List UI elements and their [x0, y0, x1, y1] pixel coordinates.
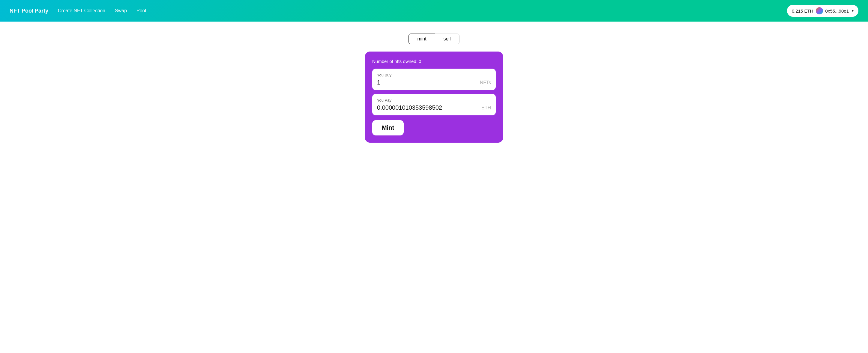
- wallet-address: 0x55...90e1: [826, 8, 849, 13]
- you-pay-input[interactable]: [377, 104, 457, 111]
- app-header: NFT Pool Party Create NFT Collection Swa…: [0, 0, 868, 22]
- tab-sell[interactable]: sell: [435, 34, 460, 44]
- you-pay-row: ETH: [377, 104, 491, 111]
- you-buy-group: You Buy NFTs: [372, 69, 496, 90]
- you-pay-group: You Pay ETH: [372, 94, 496, 115]
- main-content: mint sell Number of nfts owned: 0 You Bu…: [0, 22, 868, 154]
- you-buy-input[interactable]: [377, 79, 457, 86]
- nav-create-nft-collection[interactable]: Create NFT Collection: [58, 8, 105, 13]
- tab-switcher: mint sell: [408, 34, 459, 44]
- you-buy-label: You Buy: [377, 73, 491, 77]
- nav-pool[interactable]: Pool: [136, 8, 146, 13]
- wallet-avatar: [816, 7, 823, 14]
- main-nav: NFT Pool Party Create NFT Collection Swa…: [9, 8, 146, 14]
- you-buy-row: NFTs: [377, 79, 491, 86]
- nfts-owned-label: Number of nfts owned: 0: [372, 59, 496, 64]
- mint-card: Number of nfts owned: 0 You Buy NFTs You…: [365, 51, 503, 143]
- chevron-down-icon: ▾: [852, 9, 854, 13]
- you-pay-label: You Pay: [377, 98, 491, 103]
- nav-swap[interactable]: Swap: [115, 8, 127, 13]
- mint-button[interactable]: Mint: [372, 120, 404, 136]
- tab-mint[interactable]: mint: [408, 34, 435, 44]
- wallet-button[interactable]: 0.215 ETH 0x55...90e1 ▾: [787, 5, 859, 17]
- you-buy-unit: NFTs: [480, 80, 491, 85]
- nav-brand[interactable]: NFT Pool Party: [9, 8, 48, 14]
- wallet-eth-balance: 0.215 ETH: [792, 8, 813, 13]
- you-pay-unit: ETH: [482, 105, 491, 111]
